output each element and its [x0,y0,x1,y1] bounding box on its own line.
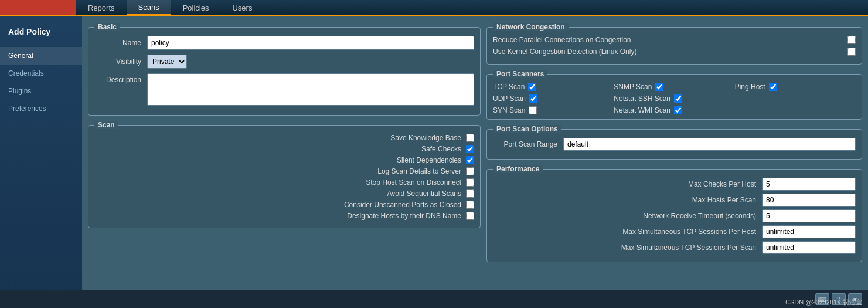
ps-item: Ping Host [735,83,856,91]
scan-item-label: Avoid Sequential Scans [94,189,466,198]
scan-item-label: Silent Dependencies [94,156,466,164]
scan-legend: Scan [94,121,118,129]
sidebar-item-general[interactable]: General [0,47,82,65]
network-congestion-legend: Network Congestion [493,23,569,31]
sidebar-item-plugins[interactable]: Plugins [0,82,82,100]
description-row: Description [94,73,474,106]
port-scanners-legend: Port Scanners [493,70,547,78]
scan-section: Scan Save Knowledge Base Safe Checks Sil… [88,125,481,228]
scan-item-label: Consider Unscanned Ports as Closed [94,201,466,209]
perf-label: Max Simultaneous TCP Sessions Per Host [493,228,762,236]
nc-rows: Reduce Parallel Connections on Congestio… [493,36,856,56]
scan-row: Avoid Sequential Scans [94,189,474,198]
content-area: Basic Name Visibility Private Public Des… [82,16,868,308]
scan-item-checkbox[interactable] [466,134,474,142]
ps-checkbox[interactable] [655,83,663,91]
port-scanners-section: Port Scanners TCP Scan SNMP Scan Ping Ho… [486,74,862,120]
scan-item-checkbox[interactable] [466,212,474,220]
nav-item-scans[interactable]: Scans [127,0,171,15]
ps-checkbox[interactable] [769,83,777,91]
scan-row: Consider Unscanned Ports as Closed [94,201,474,209]
nc-row: Reduce Parallel Connections on Congestio… [493,36,856,44]
performance-legend: Performance [493,165,543,173]
sidebar-item-preferences[interactable]: Preferences [0,100,82,117]
ps-grid: TCP Scan SNMP Scan Ping Host UDP Scan Ne… [493,83,856,114]
name-row: Name [94,36,474,50]
ps-label: Netstat SSH Scan [614,94,670,103]
perf-label: Network Receive Timeout (seconds) [493,212,762,220]
sidebar: Add Policy General Credentials Plugins P… [0,16,82,308]
scan-item-checkbox[interactable] [466,189,474,198]
ps-item: Netstat SSH Scan [614,94,734,103]
scan-row: Safe Checks [94,145,474,153]
perf-input[interactable] [762,209,856,222]
name-input[interactable] [147,36,474,50]
ps-checkbox[interactable] [674,94,682,103]
perf-input[interactable] [762,178,856,191]
perf-input[interactable] [762,241,856,254]
watermark: CSDN @20232819-祝浩宣 [785,298,862,307]
ps-checkbox[interactable] [674,106,682,114]
ps-label: SYN Scan [493,106,525,114]
nav-brand [0,0,76,15]
scan-item-label: Save Knowledge Base [94,134,466,142]
perf-input[interactable] [762,225,856,238]
port-scan-range-row: Port Scan Range [493,138,856,151]
perf-row: Max Simultaneous TCP Sessions Per Scan [493,241,856,254]
ps-label: SNMP Scan [614,83,652,91]
port-scan-options-legend: Port Scan Options [493,125,561,133]
nc-checkbox[interactable] [847,48,856,56]
ps-item: TCP Scan [493,83,614,91]
scan-row: Stop Host Scan on Disconnect [94,178,474,187]
nav-item-users[interactable]: Users [220,0,264,15]
ps-item: SNMP Scan [614,83,734,91]
perf-label: Max Checks Per Host [493,180,762,188]
visibility-row: Visibility Private Public [94,55,474,69]
scan-item-label: Stop Host Scan on Disconnect [94,178,466,187]
scan-item-label: Designate Hosts by their DNS Name [94,212,466,220]
perf-row: Max Simultaneous TCP Sessions Per Host [493,225,856,238]
nc-checkbox[interactable] [847,36,856,44]
description-label: Description [94,73,147,84]
port-scan-options-section: Port Scan Options Port Scan Range [486,129,862,160]
ps-checkbox[interactable] [529,94,537,103]
nc-label: Use Kernel Congestion Detection (Linux O… [493,48,847,56]
scan-rows: Save Knowledge Base Safe Checks Silent D… [94,134,474,220]
perf-rows: Max Checks Per Host Max Hosts Per Scan N… [493,178,856,254]
nc-label: Reduce Parallel Connections on Congestio… [493,36,847,44]
perf-row: Max Checks Per Host [493,178,856,191]
scan-row: Designate Hosts by their DNS Name [94,212,474,220]
nav-item-reports[interactable]: Reports [76,0,127,15]
main-layout: Add Policy General Credentials Plugins P… [0,16,868,308]
scan-row: Silent Dependencies [94,156,474,164]
description-input[interactable] [147,73,474,106]
ps-label: Ping Host [735,83,765,91]
ps-item [735,94,856,103]
scan-row: Save Knowledge Base [94,134,474,142]
perf-row: Max Hosts Per Scan [493,194,856,207]
sidebar-title: Add Policy [0,22,82,41]
scan-item-checkbox[interactable] [466,201,474,209]
bottom-bar: ⌨ ? ▼ CSDN @20232819-祝浩宣 [0,290,868,308]
scan-item-checkbox[interactable] [466,178,474,187]
scan-item-checkbox[interactable] [466,145,474,153]
scan-item-checkbox[interactable] [466,156,474,164]
ps-item: SYN Scan [493,106,614,114]
sidebar-item-credentials[interactable]: Credentials [0,65,82,82]
scan-item-label: Safe Checks [94,145,466,153]
right-panel: Network Congestion Reduce Parallel Conne… [486,22,862,302]
perf-input[interactable] [762,194,856,207]
ps-label: UDP Scan [493,94,526,103]
ps-checkbox[interactable] [529,106,537,114]
basic-section: Basic Name Visibility Private Public Des… [88,27,481,116]
visibility-select[interactable]: Private Public [147,55,187,69]
left-panel: Basic Name Visibility Private Public Des… [88,22,481,302]
perf-row: Network Receive Timeout (seconds) [493,209,856,222]
nav-item-policies[interactable]: Policies [171,0,221,15]
perf-label: Max Hosts Per Scan [493,196,762,204]
port-scan-range-input[interactable] [563,138,856,151]
top-nav: Reports Scans Policies Users [0,0,868,16]
nc-row: Use Kernel Congestion Detection (Linux O… [493,48,856,56]
ps-checkbox[interactable] [528,83,536,91]
scan-item-checkbox[interactable] [466,167,474,175]
